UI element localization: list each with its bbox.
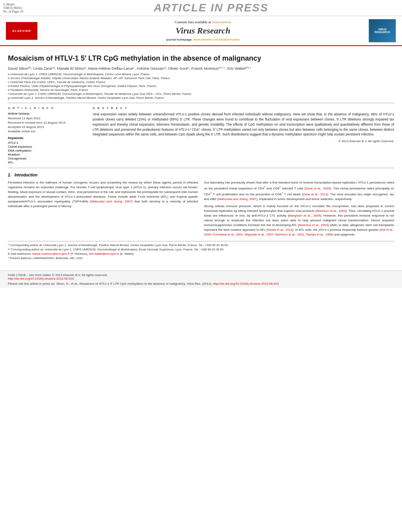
ref-matsuoka-jeang[interactable]: Matsuoka and Jeang, 2007 — [218, 197, 257, 201]
journal-info: Contents lists available at ScienceDirec… — [39, 19, 367, 43]
email-link-1[interactable]: franck.mortreux@ens-lyon.fr — [32, 252, 70, 256]
abstract-text: Viral expression varies widely between u… — [93, 112, 394, 137]
top-banner: G Model VIRUS-96053; No. of Pages 10 ART… — [0, 0, 402, 16]
article-in-press-banner: ARTICLE IN PRESS — [23, 2, 399, 14]
bottom-bar: 0168-1702/$ – see front matter © 2013 El… — [0, 271, 402, 288]
citation-notice: Please cite this article in press as: Si… — [8, 282, 394, 285]
ref-matsuoka-2007[interactable]: Matsuoka and Jeang, 2007 — [91, 200, 132, 203]
ref-zane-2009[interactable]: Zane et al., 2009 — [305, 187, 330, 190]
cite-label: Please cite this article in press as: Si… — [8, 282, 212, 285]
issn-line: 0168-1702/$ – see front matter © 2013 El… — [8, 273, 394, 277]
article-info-label: A R T I C L E I N F O — [8, 106, 87, 110]
divider-2 — [8, 168, 394, 168]
model-label: G Model — [3, 3, 23, 6]
available-online: Available online xxx — [8, 130, 87, 133]
elsevier-logo: ELSEVIER — [6, 22, 37, 40]
received-2: Received in revised form 22 August 2013 — [8, 121, 87, 124]
section-title-intro: 1. Introduction — [8, 173, 394, 177]
homepage-label: journal homepage: — [166, 38, 192, 41]
introduction-section: 1. Introduction Persistent infection is … — [8, 173, 394, 237]
footnote-1: ¹ Present address: LMM/NIAID/NIH, Bethes… — [8, 256, 394, 260]
keywords-section: Keywords: HTLV-1 Clonal expansion DNA me… — [8, 136, 87, 164]
affiliation-g: g Université Lyon 1, Service d’Hématolog… — [8, 96, 394, 100]
cite-doi[interactable]: http://dx.doi.org/10.1016/j.virusres.201… — [213, 282, 279, 285]
kw-5: Oncogenesis — [8, 157, 87, 160]
copyright: © 2013 Elsevier B.V. All rights reserved… — [93, 139, 394, 143]
ref-doi-2005[interactable]: Doi et al., 2005; Furukawa et al., 2001;… — [204, 228, 395, 236]
intro-col-left: Persistent infection is the hallmark of … — [8, 180, 198, 237]
virus-id: VIRUS-96053; — [3, 6, 23, 10]
authors: David Sibonᵃᵇ, Linda Zaneᵃ¹, Manale El I… — [8, 66, 394, 70]
page-count: No. of Pages 10 — [3, 10, 23, 13]
email-link-2[interactable]: eric.wattel@ens-lyon.fr — [89, 252, 119, 256]
intro-text-left: Persistent infection is the hallmark of … — [8, 180, 198, 209]
abstract-col: A B S T R A C T Viral expression varies … — [93, 106, 394, 165]
accepted: Accepted 22 August 2013 — [8, 125, 87, 129]
sciencedirect-label: Contents lists available at ScienceDirec… — [43, 20, 363, 24]
kw-6: ATL — [8, 161, 87, 164]
ref-mortreux-2003b[interactable]: Mortreux et al., 2003 — [299, 223, 328, 227]
keywords-title: Keywords: — [8, 136, 87, 140]
article-history: Article history: Received 11 April 2013 … — [8, 112, 87, 133]
homepage-url[interactable]: www.elsevier.com/locate/virusres — [194, 38, 240, 41]
intro-col-right: Our laboratory has previously shown that… — [204, 180, 395, 237]
sciencedirect-link[interactable]: ScienceDirect — [212, 20, 231, 24]
divider-1 — [8, 103, 394, 103]
affiliation-d: d Institut Pasteur, Unité d’Épidémiologi… — [8, 84, 394, 88]
intro-text-right-p1: Our laboratory has previously shown that… — [204, 180, 395, 201]
article-info-col: A R T I C L E I N F O Article history: R… — [8, 106, 87, 165]
ref-bangham-2009[interactable]: Bangham et al., 2009 — [289, 214, 320, 217]
affiliations: a Université de Lyon 1, CNRS UMR5239, On… — [8, 72, 394, 100]
contents-label: Contents lists available at — [175, 20, 211, 24]
kw-3: DNA methylation — [8, 149, 87, 152]
journal-header: ELSEVIER Contents lists available at Sci… — [0, 16, 402, 46]
model-info: G Model VIRUS-96053; No. of Pages 10 — [3, 3, 23, 13]
footnotes: * Corresponding author at: Université Ly… — [8, 241, 394, 260]
received-1: Received 11 April 2013 — [8, 117, 87, 120]
affiliation-e: e Fondation Rothschild, Service de Neuro… — [8, 88, 394, 92]
ref-ishida-2012[interactable]: Ishida et al., 2012 — [267, 228, 292, 232]
affiliation-a: a Université de Lyon 1, CNRS UMR5239, On… — [8, 72, 394, 76]
kw-1: HTLV-1 — [8, 141, 87, 145]
footnote-corresponding-2: ** Corresponding author at: Université d… — [8, 248, 394, 251]
ref-mortreux-2003a[interactable]: Mortreux et al., 2003 — [316, 209, 346, 213]
affiliation-b: b Service d’Hématologie Adultes, Hôpital… — [8, 76, 394, 80]
affiliation-f: f Université de Lyon 1, CNRS UMR5239, On… — [8, 92, 394, 96]
history-title: Article history: — [8, 112, 87, 115]
section-name: Introduction — [15, 173, 37, 177]
article-in-press-text: ARTICLE IN PRESS — [23, 2, 399, 14]
email1-name: (F. Mortreux), — [71, 252, 88, 256]
journal-title: Virus Research — [43, 26, 363, 36]
elsevier-brand: ELSEVIER — [4, 19, 39, 43]
intro-body: Persistent infection is the hallmark of … — [8, 180, 394, 237]
email-label: E-mail addresses: — [8, 252, 32, 256]
article-info-abstract: A R T I C L E I N F O Article history: R… — [8, 106, 394, 165]
footnote-corresponding-1: * Corresponding author at: Université Ly… — [8, 243, 394, 247]
kw-2: Clonal expansion — [8, 145, 87, 148]
virus-research-logo: VIRUSRESEARCH — [368, 19, 396, 43]
affiliation-c: c Université Paris Est Créteil, UPEC, Fa… — [8, 80, 394, 84]
footnote-email: E-mail addresses: franck.mortreux@ens-ly… — [8, 252, 394, 256]
article-title: Mosaicism of HTLV-1 5′ LTR CpG methylati… — [8, 54, 394, 63]
abstract-label: A B S T R A C T — [93, 106, 394, 110]
virus-research-logo-container: VIRUSRESEARCH — [367, 19, 398, 43]
intro-text-right-p2: Strong cellular immune pressure, which i… — [204, 204, 395, 237]
kw-4: Mutation — [8, 153, 87, 156]
doi-link-bottom[interactable]: http://dx.doi.org/10.1016/j.virusres.201… — [8, 277, 74, 280]
section-num: 1. — [8, 173, 11, 177]
homepage-info: journal homepage: www.elsevier.com/locat… — [43, 37, 363, 41]
ref-zane-2012[interactable]: Zane et al., 2012 — [303, 193, 328, 196]
main-content: Mosaicism of HTLV-1 5′ LTR CpG methylati… — [0, 46, 402, 265]
email2-name: (E. Wattel). — [120, 252, 134, 256]
